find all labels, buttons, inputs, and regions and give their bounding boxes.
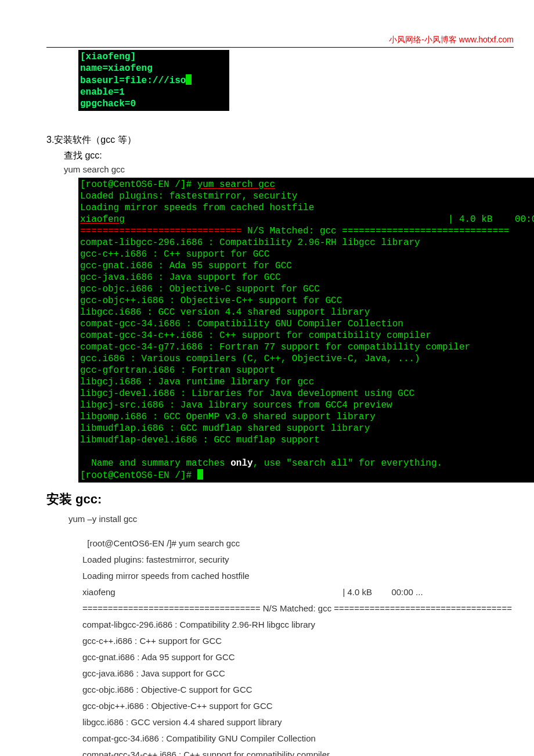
out-line: gcc-java.i686 : Java support for GCC	[82, 665, 511, 682]
term-hint: Name and summary matches	[80, 458, 230, 469]
out-line: compat-gcc-34-c++.i686 : C++ support for…	[82, 747, 511, 756]
term-pkg: gcc-objc++.i686 : Objective-C++ support …	[80, 296, 342, 306]
term-pkg: compat-gcc-34.i686 : Compatibility GNU C…	[80, 319, 403, 329]
term-line: [xiaofeng]	[80, 52, 136, 62]
header-rule: 小风网络-小风博客 www.hotxf.com	[46, 35, 514, 48]
term-repo: xiaofeng	[80, 214, 125, 225]
term-pkg: libgcj-devel.i686 : Libraries for Java d…	[80, 388, 414, 399]
find-label: 查找 gcc:	[64, 150, 534, 162]
cursor-icon	[197, 469, 203, 480]
out-line: gcc-objc.i686 : Objective-C support for …	[82, 682, 511, 698]
output-text-block: [root@CentOS6-EN /]# yum search gccLoade…	[82, 535, 511, 756]
term-pkg: libmudflap.i686 : GCC mudflap shared sup…	[80, 423, 370, 434]
term-size: | 4.0 kB	[448, 214, 493, 225]
term-pkg: gcc-objc.i686 : Objective-C support for …	[80, 284, 320, 294]
out-line: compat-libgcc-296.i686 : Compatibility 2…	[82, 617, 511, 633]
term-spacer	[125, 214, 448, 225]
term-cmd: yum search gcc	[197, 179, 275, 190]
install-heading: 安装 gcc:	[46, 491, 534, 508]
term-pkg: compat-gcc-34-c++.i686 : C++ support for…	[80, 330, 431, 341]
document-content: [xiaofeng] name=xiaofeng baseurl=file://…	[0, 48, 534, 756]
install-command: yum –y install gcc	[68, 514, 534, 524]
terminal-yum-search: [root@CentOS6-EN /]# yum search gcc Load…	[78, 178, 534, 483]
term-hint-post: , use "search all" for everything.	[253, 458, 442, 469]
term-prompt: [root@CentOS6-EN /]#	[80, 179, 197, 190]
term-pkg: gcc-java.i686 : Java support for GCC	[80, 272, 281, 283]
term-line: Loaded plugins: fastestmirror, security	[80, 191, 297, 201]
term-pkg: libmudflap-devel.i686 : GCC mudflap supp…	[80, 435, 320, 445]
out-line: gcc-objc++.i686 : Objective-C++ support …	[82, 698, 511, 714]
term-eq-left: =============================	[80, 226, 241, 236]
out-line: gcc-c++.i686 : C++ support for GCC	[82, 633, 511, 649]
term-pkg: compat-gcc-34-g77.i686 : Fortran 77 supp…	[80, 342, 470, 352]
term-pkg: compat-libgcc-296.i686 : Compatibility 2…	[80, 237, 420, 248]
term-pkg: gcc-gfortran.i686 : Fortran support	[80, 365, 275, 376]
term-pkg: libgcc.i686 : GCC version 4.4 shared sup…	[80, 307, 370, 318]
out-line: Loaded plugins: fastestmirror, security	[82, 552, 511, 568]
term-pkg: libgcj-src.i686 : Java library sources f…	[80, 400, 392, 411]
term-line: name=xiaofeng	[80, 63, 153, 74]
term-line: baseurl=file:///iso	[80, 75, 186, 86]
term-prompt2: [root@CentOS6-EN /]#	[80, 470, 197, 481]
cursor-icon	[186, 74, 192, 85]
term-line: gpgchack=0	[80, 99, 136, 109]
out-line: [root@CentOS6-EN /]# yum search gcc	[82, 535, 511, 552]
term-pkg: gcc.i686 : Various compilers (C, C++, Ob…	[80, 354, 420, 364]
out-line: compat-gcc-34.i686 : Compatibility GNU C…	[82, 730, 511, 747]
term-time: 00:00 ...	[515, 214, 534, 225]
term-only: only	[230, 458, 252, 469]
header-site-link: 小风网络-小风博客 www.hotxf.com	[389, 35, 514, 45]
term-pkg: gcc-gnat.i686 : Ada 95 support for GCC	[80, 261, 292, 271]
find-command: yum search gcc	[64, 164, 534, 174]
terminal-repo-file: [xiaofeng] name=xiaofeng baseurl=file://…	[78, 50, 229, 111]
out-line: =================================== N/S …	[82, 600, 511, 617]
term-line: enable=1	[80, 87, 125, 98]
term-eq-right: ==============================	[342, 226, 509, 236]
term-pkg: libgomp.i686 : GCC OpenMP v3.0 shared su…	[80, 412, 376, 422]
out-line: Loading mirror speeds from cached hostfi…	[82, 568, 511, 584]
term-match: N/S Matched: gcc	[241, 226, 342, 236]
document-page: 小风网络-小风博客 www.hotxf.com [xiaofeng] name=…	[0, 0, 534, 756]
out-line: gcc-gnat.i686 : Ada 95 support for GCC	[82, 649, 511, 665]
step-title: 3.安装软件（gcc 等）	[46, 134, 534, 146]
term-pkg: gcc-c++.i686 : C++ support for GCC	[80, 249, 269, 260]
out-line: libgcc.i686 : GCC version 4.4 shared sup…	[82, 714, 511, 730]
term-pkg: libgcj.i686 : Java runtime library for g…	[80, 377, 314, 387]
out-line: xiaofeng | 4.0 kB 00:00 ...	[82, 584, 511, 600]
term-line: Loading mirror speeds from cached hostfi…	[80, 203, 314, 213]
